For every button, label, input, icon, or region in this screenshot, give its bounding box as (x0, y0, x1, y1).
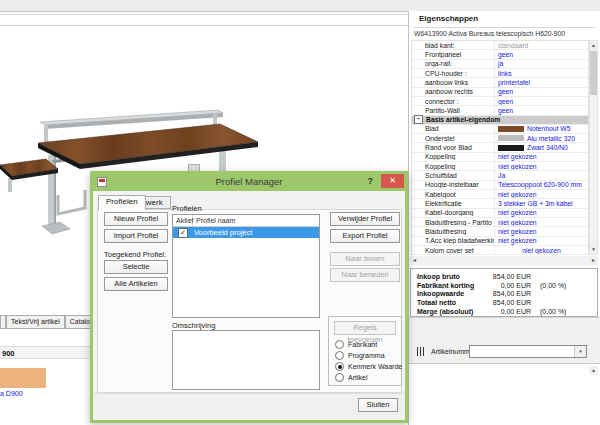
property-row[interactable]: OnderstelAlu metallic 320 (412, 134, 588, 143)
scroll-down-icon[interactable]: ▼ (590, 245, 597, 254)
property-row[interactable]: blad kant:standaard (412, 41, 588, 50)
property-value[interactable]: printertafel (494, 78, 588, 86)
property-row[interactable]: Rand voor BladZwart 340/N0 (412, 143, 588, 152)
radio-icon[interactable] (335, 340, 344, 349)
tab-profielen[interactable]: Profielen (98, 195, 146, 210)
nieuw-profiel-button[interactable]: Nieuw Profiel (104, 212, 168, 226)
scrollbar-thumb[interactable] (590, 51, 597, 95)
property-row[interactable]: Koppelingniet gekozen (412, 153, 588, 162)
description-textarea[interactable] (172, 330, 320, 390)
property-row[interactable]: Partito-Wallgeen (412, 106, 588, 115)
property-grid: blad kant:standaardFrontpaneelgeenorga-r… (411, 40, 589, 255)
property-value[interactable]: niet gekozen (494, 190, 588, 198)
property-value[interactable]: Ja (494, 171, 588, 179)
profile-row[interactable]: ✓ Voorbeeld project (173, 227, 319, 238)
property-row[interactable]: SchuifbladJa (412, 171, 588, 180)
scroll-up-icon[interactable]: ▲ (590, 41, 597, 50)
property-value[interactable]: standaard (494, 41, 588, 49)
property-value[interactable]: ja (494, 60, 588, 68)
property-value[interactable]: geen (494, 97, 588, 105)
import-profiel-button[interactable]: Import Profiel (104, 229, 168, 243)
dialog-titlebar[interactable]: Profiel Manager ? ✕ (93, 174, 405, 191)
property-row[interactable]: CPU-houder :links (412, 69, 588, 78)
checkbox-checked-icon[interactable]: ✓ (178, 228, 188, 238)
regels-toevoegen-button[interactable]: Regels toevoegen (334, 321, 396, 335)
property-value[interactable]: Telescooppoot 620-900 mm (494, 181, 588, 189)
property-row[interactable]: aanbouw linksprintertafel (412, 78, 588, 87)
property-row[interactable]: Kabelgootniet gekozen (412, 190, 588, 199)
property-value[interactable]: Notenhout W5 (494, 125, 588, 133)
radio-label: Programma (344, 352, 385, 359)
property-value[interactable]: niet gekozen (494, 246, 588, 254)
property-label: Kabel-doorgang (412, 209, 494, 216)
alle-artikelen-button[interactable]: Alle Artikelen (104, 277, 168, 291)
radio-icon[interactable] (335, 373, 344, 382)
property-value[interactable]: geen (494, 106, 588, 114)
scroll-right-icon[interactable]: ► (589, 256, 598, 265)
close-icon[interactable]: ✕ (381, 174, 404, 188)
toegekend-profiel-label: Toegekend Profiel: (104, 250, 166, 259)
radio-icon[interactable] (335, 351, 344, 360)
section-title: Basis artikel-eigendom (426, 116, 500, 123)
radio-option[interactable]: Kenmerk Waarde (335, 361, 401, 372)
property-value[interactable]: geen (494, 50, 588, 58)
property-row[interactable]: Bladuitfresing - Partitoniet gekozen (412, 218, 588, 227)
radio-option[interactable]: Artikel (335, 372, 401, 383)
article-header: W6413900 Activa Bureaus telescopisch H62… (414, 30, 565, 37)
scroll-left-icon[interactable]: ◄ (410, 256, 419, 265)
property-row[interactable]: connector :geen (412, 97, 588, 106)
property-row[interactable]: T.Acc klep bladafwerkingniet gekozen (412, 237, 588, 246)
property-value[interactable]: links (494, 69, 588, 77)
property-row[interactable]: BladNotenhout W5 (412, 125, 588, 134)
dropdown-icon[interactable]: ▼ (574, 346, 586, 357)
collapse-icon[interactable]: − (414, 115, 423, 124)
property-value[interactable]: niet gekozen (494, 227, 588, 235)
property-row[interactable]: Kabel-doorgangniet gekozen (412, 209, 588, 218)
article-link[interactable]: a D900 (0, 390, 23, 397)
property-row[interactable]: Bladuitfresingniet gekozen (412, 227, 588, 236)
naar-boven-button[interactable]: Naar boven (330, 252, 400, 266)
radio-icon[interactable] (335, 362, 344, 371)
property-value[interactable]: niet gekozen (494, 153, 588, 161)
radio-group: FabrikantProgrammaKenmerk WaardeArtikel (329, 339, 401, 383)
property-row[interactable]: Frontpaneelgeen (412, 50, 588, 59)
radio-option[interactable]: Fabrikant (335, 339, 401, 350)
profile-list[interactable]: Aktief Profiel naam ✓ Voorbeeld project (172, 214, 320, 318)
property-row[interactable]: Kolom cover setniet gekozen (412, 246, 588, 255)
export-profiel-button[interactable]: Export Profiel (330, 229, 400, 243)
divider-horizontal-left (0, 25, 408, 26)
property-label: Kolom cover set (412, 247, 494, 254)
tab-tekst-vrij-artikel[interactable]: Tekst/Vrij artikel (6, 315, 65, 329)
property-row[interactable]: aanbouw rechtsgeen (412, 88, 588, 97)
verwijder-profiel-button[interactable]: Verwijder Profiel (330, 212, 400, 226)
list-col-profiel-naam: Profiel naam (193, 217, 235, 224)
property-value[interactable]: niet gekozen (494, 209, 588, 217)
property-label: connector : (412, 98, 494, 105)
property-value[interactable]: Zwart 340/N0 (494, 143, 588, 151)
properties-panel: Eigenschappen W6413900 Activa Bureaus te… (408, 11, 600, 425)
help-icon[interactable]: ? (368, 176, 374, 186)
property-section-header[interactable]: −Basis artikel-eigendom (412, 116, 588, 125)
vertical-scrollbar[interactable]: ▲ ▼ (589, 40, 598, 255)
sluiten-button[interactable]: Sluiten (358, 398, 398, 412)
property-row[interactable]: Hoogte-instelbaarTelescooppoot 620-900 m… (412, 181, 588, 190)
radio-label: Kenmerk Waarde (344, 363, 402, 370)
property-value[interactable]: 3 stekker GB + 3m kabel (494, 199, 588, 207)
property-value[interactable]: niet gekozen (494, 237, 588, 245)
property-row[interactable]: Elektrificatie3 stekker GB + 3m kabel (412, 199, 588, 208)
naar-beneden-button[interactable]: Naar beneden (330, 268, 400, 282)
horizontal-scrollbar[interactable]: ◄ ► (410, 256, 598, 265)
property-row[interactable]: Koppelingniet gekozen (412, 162, 588, 171)
selectie-button[interactable]: Selectie (104, 260, 168, 274)
property-value[interactable]: Alu metallic 320 (494, 134, 588, 142)
scroll-up-icon[interactable]: ▲ (589, 366, 598, 375)
artikelnummer-input[interactable] (470, 346, 578, 357)
radio-option[interactable]: Programma (335, 350, 401, 361)
property-row[interactable]: orga-rail:ja (412, 60, 588, 69)
list-header: Aktief Profiel naam (173, 215, 319, 227)
property-value[interactable]: geen (494, 88, 588, 96)
property-value[interactable]: niet gekozen (494, 162, 588, 170)
property-value[interactable]: niet gekozen (494, 218, 588, 226)
artikelnummer-combobox[interactable]: ▼ (469, 345, 587, 358)
property-label: Hoogte-instelbaar (412, 181, 494, 188)
